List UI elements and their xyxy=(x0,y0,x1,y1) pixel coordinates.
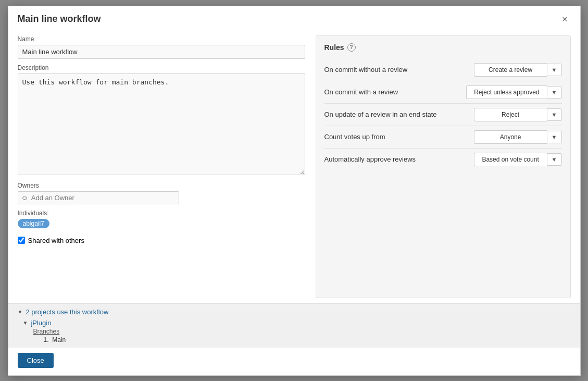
left-panel: Name Description Use this workflow for m… xyxy=(18,35,305,298)
shared-checkbox[interactable] xyxy=(18,237,25,244)
rule-control: Reject ▼ xyxy=(474,108,562,121)
projects-chevron: ▼ xyxy=(18,309,23,315)
projects-header-text: 2 projects use this workflow xyxy=(26,308,108,316)
dialog-footer: Close xyxy=(8,348,580,375)
rules-panel: Rules ? On commit without a review Creat… xyxy=(316,35,571,298)
close-button[interactable]: Close xyxy=(18,353,54,368)
help-icon[interactable]: ? xyxy=(347,43,356,52)
rule-row: On commit with a review Reject unless ap… xyxy=(324,81,562,103)
rule-label: On update of a review in an end state xyxy=(324,110,474,118)
branches-label: Branches xyxy=(33,328,571,335)
name-input[interactable] xyxy=(18,45,305,59)
dialog: Main line workflow × Name Description Us… xyxy=(8,6,581,376)
shared-row: Shared with others xyxy=(18,237,305,244)
project-chevron: ▼ xyxy=(23,320,28,326)
dialog-body: Name Description Use this workflow for m… xyxy=(8,30,580,303)
projects-section: ▼ 2 projects use this workflow ▼ jPlugin… xyxy=(8,303,580,348)
rule-value-btn[interactable]: Anyone xyxy=(474,130,547,144)
projects-header[interactable]: ▼ 2 projects use this workflow xyxy=(18,308,571,316)
rule-row: On update of a review in an end state Re… xyxy=(324,103,562,126)
rule-value-btn[interactable]: Create a review xyxy=(474,63,547,77)
person-icon: ☺ xyxy=(21,194,28,202)
rule-dropdown-btn[interactable]: ▼ xyxy=(547,108,562,121)
rule-dropdown-btn[interactable]: ▼ xyxy=(547,131,562,143)
owners-label: Owners xyxy=(18,182,305,189)
project-name[interactable]: jPlugin xyxy=(31,319,51,327)
individuals-label: Individuals: xyxy=(18,210,305,217)
individuals-group: Individuals: abigail7 xyxy=(18,210,305,228)
rules-title: Rules xyxy=(324,43,344,52)
description-field-group: Description Use this workflow for main b… xyxy=(18,64,305,177)
rule-label: Automatically approve reviews xyxy=(324,155,474,163)
rule-label: On commit without a review xyxy=(324,66,474,73)
owners-row: ☺ xyxy=(18,191,179,204)
rule-row: Count votes up from Anyone ▼ xyxy=(324,126,562,148)
rule-control: Based on vote count ▼ xyxy=(474,153,562,166)
name-field-group: Name xyxy=(18,35,305,59)
project-row: ▼ jPlugin xyxy=(23,319,571,327)
rule-dropdown-btn[interactable]: ▼ xyxy=(547,86,562,99)
project-item: ▼ jPlugin Branches 1. Main xyxy=(18,319,571,343)
projects-container: ▼ jPlugin Branches 1. Main xyxy=(18,319,571,343)
user-tag[interactable]: abigail7 xyxy=(18,219,49,228)
description-label: Description xyxy=(18,64,305,71)
rule-label: Count votes up from xyxy=(324,133,474,141)
rule-dropdown-btn[interactable]: ▼ xyxy=(547,64,562,76)
name-label: Name xyxy=(18,35,305,43)
dialog-title-bar: Main line workflow × xyxy=(8,6,580,30)
rule-control: Reject unless approved ▼ xyxy=(466,85,561,99)
rule-dropdown-btn[interactable]: ▼ xyxy=(547,153,562,166)
dialog-close-button[interactable]: × xyxy=(559,14,571,25)
rule-control: Anyone ▼ xyxy=(474,130,562,144)
rules-container: On commit without a review Create a revi… xyxy=(324,59,562,170)
rule-value-btn[interactable]: Reject xyxy=(474,108,547,121)
rule-row: On commit without a review Create a revi… xyxy=(324,59,562,81)
description-textarea[interactable]: Use this workflow for main branches. xyxy=(18,73,305,175)
owners-input[interactable] xyxy=(31,194,135,202)
owners-field-group: Owners ☺ xyxy=(18,182,305,204)
dialog-title: Main line workflow xyxy=(18,14,101,24)
rule-value-btn[interactable]: Reject unless approved xyxy=(466,85,546,99)
rule-control: Create a review ▼ xyxy=(474,63,562,77)
rule-row: Automatically approve reviews Based on v… xyxy=(324,148,562,170)
branch-item: 1. Main xyxy=(44,336,571,343)
rules-header: Rules ? xyxy=(324,43,562,52)
rule-value-btn[interactable]: Based on vote count xyxy=(474,153,547,166)
shared-label: Shared with others xyxy=(28,237,84,244)
rule-label: On commit with a review xyxy=(324,88,467,96)
